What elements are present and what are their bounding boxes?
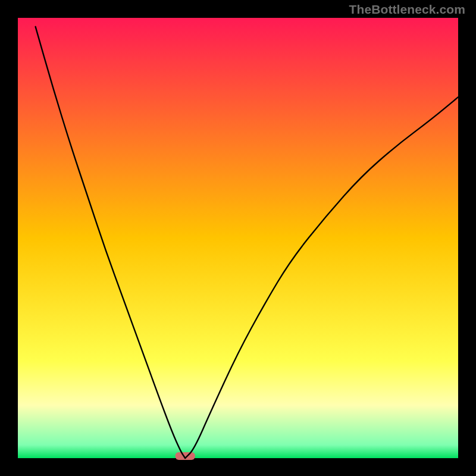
plot-background (18, 18, 458, 458)
watermark-label: TheBottleneck.com (349, 2, 465, 17)
chart-container: TheBottleneck.com (0, 0, 476, 476)
bottleneck-chart (0, 0, 476, 476)
